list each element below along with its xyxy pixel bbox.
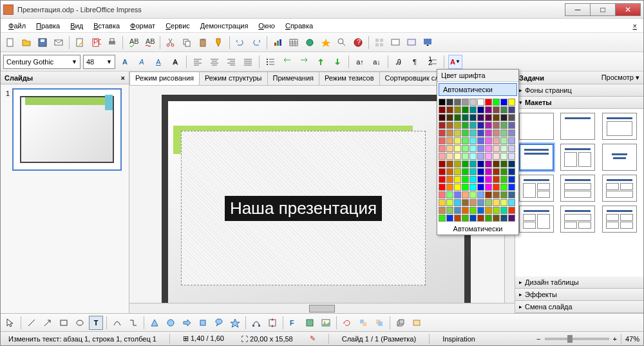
color-swatch[interactable] [446,122,453,129]
color-swatch[interactable] [493,207,500,214]
color-swatch[interactable] [446,99,453,106]
color-swatch[interactable] [446,153,453,160]
curve-tool[interactable] [110,316,124,330]
color-swatch[interactable] [508,160,515,168]
menu-slideshow[interactable]: Демонстрация [195,21,254,31]
slidedesign-button[interactable] [404,35,419,50]
color-swatch[interactable] [493,106,500,113]
tab-notes[interactable]: Примечания [267,72,320,85]
color-swatch[interactable] [508,153,515,160]
align-center-button[interactable] [207,55,222,69]
color-swatch[interactable] [485,153,492,160]
color-swatch[interactable] [439,122,446,129]
color-swatch[interactable] [446,130,453,137]
color-swatch[interactable] [485,199,492,206]
color-swatch[interactable] [469,191,477,198]
menu-window[interactable]: Окно [253,21,280,31]
color-swatch[interactable] [462,130,469,137]
color-swatch[interactable] [477,99,484,106]
color-swatch[interactable] [454,184,461,191]
color-swatch[interactable] [439,99,446,106]
text-tool[interactable]: T [89,316,103,330]
section-backgrounds[interactable]: ▸Фоны страниц [515,84,643,97]
grid-button[interactable] [372,35,386,50]
export-pdf-button[interactable]: PDF [89,35,103,50]
layout-blank[interactable] [519,113,554,140]
movedown-button[interactable] [330,55,345,69]
paragraph-button[interactable]: ¶ [409,55,423,69]
increase-font-button[interactable]: a↑ [353,55,367,69]
color-swatch[interactable] [500,99,507,106]
color-swatch[interactable] [469,99,477,106]
color-swatch[interactable] [469,215,477,222]
color-swatch[interactable] [454,160,461,168]
spellcheck-button[interactable]: ABC [126,35,140,50]
color-swatch[interactable] [446,215,453,222]
color-swatch[interactable] [493,122,500,129]
color-swatch[interactable] [446,191,453,198]
color-swatch[interactable] [477,207,484,214]
color-swatch[interactable] [469,176,477,183]
layout-title-only-selected[interactable] [519,144,554,171]
color-swatch[interactable] [485,207,492,214]
tab-outline[interactable]: Режим структуры [199,72,268,85]
color-swatch[interactable] [508,215,515,222]
color-swatch[interactable] [485,160,492,168]
slide-panel-close-icon[interactable]: × [121,74,125,82]
color-swatch[interactable] [454,176,461,183]
menu-file[interactable]: Файл [3,21,31,31]
slide-button[interactable] [388,35,402,50]
paste-button[interactable] [196,35,210,50]
color-swatch[interactable] [469,199,477,206]
color-swatch[interactable] [462,122,469,129]
color-swatch[interactable] [508,99,515,106]
color-grid[interactable] [437,97,518,223]
table-button[interactable] [287,35,301,50]
color-swatch[interactable] [485,176,492,183]
save-button[interactable] [35,35,50,50]
color-swatch[interactable] [477,191,484,198]
color-swatch[interactable] [508,184,515,191]
color-swatch[interactable] [439,215,446,222]
email-button[interactable] [52,35,66,50]
color-swatch[interactable] [454,153,461,160]
color-swatch[interactable] [462,191,469,198]
bold-button[interactable]: A [118,55,132,69]
layout-title-content[interactable] [602,113,637,140]
color-swatch[interactable] [485,122,492,129]
color-swatch[interactable] [462,207,469,214]
color-swatch[interactable] [446,145,453,152]
color-swatch[interactable] [462,215,469,222]
color-swatch[interactable] [500,137,507,144]
select-tool[interactable] [3,316,17,330]
font-name-combo[interactable]: Century Gothic▼ [3,55,80,69]
color-swatch[interactable] [485,130,492,137]
decrease-font-button[interactable]: a↓ [370,55,384,69]
color-swatch[interactable] [493,199,500,206]
layout-l2[interactable] [560,175,595,202]
color-swatch[interactable] [439,106,446,113]
color-swatch[interactable] [477,184,484,191]
color-swatch[interactable] [462,184,469,191]
align-tool[interactable] [356,316,370,330]
color-swatch[interactable] [446,207,453,214]
color-swatch[interactable] [439,114,446,121]
line-tool[interactable] [24,316,39,330]
navigator-button[interactable] [319,35,333,50]
color-swatch[interactable] [508,168,515,175]
color-swatch[interactable] [500,106,507,113]
color-swatch[interactable] [462,176,469,183]
color-swatch[interactable] [477,160,484,168]
section-effects[interactable]: ▸Эффекты [515,289,643,301]
points-tool[interactable] [249,316,263,330]
color-swatch[interactable] [508,114,515,121]
bullets-button[interactable] [263,55,278,69]
menu-help[interactable]: Справка [280,21,318,31]
color-swatch[interactable] [439,191,446,198]
color-swatch[interactable] [493,99,500,106]
color-swatch[interactable] [462,160,469,168]
underline-button[interactable]: A [151,55,166,69]
color-swatch[interactable] [454,106,461,113]
color-swatch[interactable] [454,215,461,222]
color-swatch[interactable] [485,137,492,144]
